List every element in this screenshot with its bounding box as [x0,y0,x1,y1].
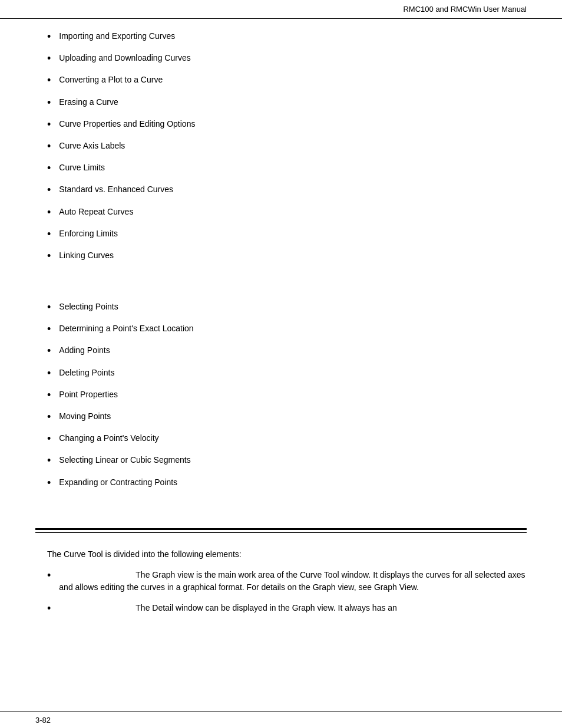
list-item-text: Curve Limits [59,162,105,174]
list-item: •Expanding or Contracting Points [47,477,527,490]
bullet-icon: • [47,29,51,44]
list-item-text: Uploading and Downloading Curves [59,52,190,64]
bullet-icon: • [47,366,51,381]
list-item: •Uploading and Downloading Curves [47,52,527,66]
bullet-icon: • [47,300,51,315]
list-item-text: Curve Properties and Editing Options [59,118,195,130]
bullet-icon: • [47,388,51,403]
bottom-section: The Curve Tool is divided into the follo… [0,542,562,637]
list-item: •Deleting Points [47,367,527,381]
list-item-text: Point Properties [59,389,118,401]
list-item: •Determining a Point's Exact Location [47,323,527,337]
list-item-text: Selecting Linear or Cubic Segments [59,454,190,466]
list-item: •Moving Points [47,411,527,424]
list-item-text: Changing a Point's Velocity [59,433,158,444]
list-item-text: Moving Points [59,411,111,423]
list-item: •Standard vs. Enhanced Curves [47,184,527,197]
list-1: •Importing and Exporting Curves•Uploadin… [47,31,527,263]
list-item: •Curve Axis Labels [47,140,527,154]
thick-separator [35,528,527,530]
list-2: •Selecting Points•Determining a Point's … [47,301,527,490]
list-item: •Changing a Point's Velocity [47,433,527,446]
list-item-text: Enforcing Limits [59,228,118,240]
bullet-icon: • [47,95,51,110]
list-item-text: Linking Curves [59,250,114,262]
list-item-text: Standard vs. Enhanced Curves [59,184,173,196]
list-item: •Enforcing Limits [47,228,527,242]
section-1: •Importing and Exporting Curves•Uploadin… [0,19,562,284]
section-2: •Selecting Points•Determining a Point's … [0,301,562,510]
list-item: •Converting a Plot to a Curve [47,74,527,88]
bottom-item-text: The Graph view is the main work area of … [59,569,527,594]
list-item-text: Auto Repeat Curves [59,206,133,218]
intro-text: The Curve Tool is divided into the follo… [47,548,527,561]
list-item-text: Expanding or Contracting Points [59,477,177,489]
bullet-icon: • [47,117,51,132]
bottom-list-item: •The Detail window can be displayed in t… [47,602,527,617]
page: RMC100 and RMCWin User Manual •Importing… [0,0,562,728]
page-footer: 3-82 [0,711,562,728]
list-item: •Selecting Linear or Cubic Segments [47,454,527,468]
bullet-icon: • [47,568,51,584]
list-item-text: Selecting Points [59,301,118,313]
list-item: •Curve Properties and Editing Options [47,118,527,132]
list-item-text: Erasing a Curve [59,97,118,108]
bullet-icon: • [47,410,51,424]
separator-container [0,510,562,533]
page-header: RMC100 and RMCWin User Manual [0,0,562,19]
list-item: •Erasing a Curve [47,97,527,110]
bullet-icon: • [47,431,51,446]
bullet-icon: • [47,161,51,176]
header-title: RMC100 and RMCWin User Manual [403,5,527,14]
list-item: •Linking Curves [47,250,527,263]
bullet-icon: • [47,249,51,263]
list-item-text: Converting a Plot to a Curve [59,74,163,86]
bullet-icon: • [47,205,51,220]
bottom-list-item: •The Graph view is the main work area of… [47,569,527,594]
thin-separator [35,532,527,533]
bullet-icon: • [47,344,51,358]
bottom-list: •The Graph view is the main work area of… [47,569,527,617]
list-item-text: Importing and Exporting Curves [59,31,175,42]
list-item-text: Adding Points [59,345,110,357]
bullet-icon: • [47,322,51,337]
bullet-icon: • [47,139,51,154]
list-item-text: Curve Axis Labels [59,140,125,152]
page-number: 3-82 [35,716,51,724]
bullet-icon: • [47,453,51,468]
bullet-icon: • [47,227,51,242]
list-item: •Point Properties [47,389,527,403]
list-item: •Curve Limits [47,162,527,176]
list-item-text: Determining a Point's Exact Location [59,323,193,335]
list-item-text: Deleting Points [59,367,114,379]
bottom-item-text: The Detail window can be displayed in th… [59,602,527,614]
bullet-icon: • [47,51,51,66]
list-item: •Adding Points [47,345,527,358]
bullet-icon: • [47,476,51,490]
bullet-icon: • [47,73,51,88]
bullet-icon: • [47,601,51,617]
gap-1 [0,284,562,301]
list-item: •Selecting Points [47,301,527,315]
bullet-icon: • [47,183,51,197]
list-item: •Auto Repeat Curves [47,206,527,220]
list-item: •Importing and Exporting Curves [47,31,527,44]
